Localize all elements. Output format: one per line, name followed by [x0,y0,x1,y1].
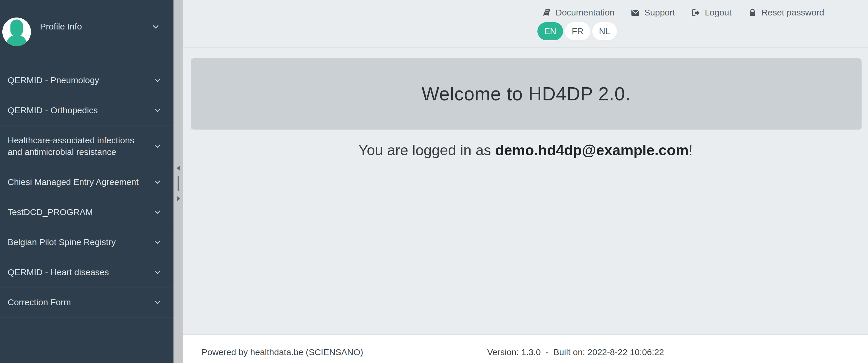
chevron-down-icon [153,178,162,187]
header-link-support[interactable]: Support [631,8,675,18]
logged-in-suffix: ! [689,142,693,159]
envelope-icon [631,8,640,17]
chevron-down-icon [153,238,162,246]
chevron-down-icon [153,142,162,151]
header-link-label: Documentation [556,8,615,18]
chevron-down-icon [153,268,162,276]
sidebar: Profile Info QERMID - PneumologyQERMID -… [0,0,174,363]
sidebar-item-qermid-heart-diseases[interactable]: QERMID - Heart diseases [0,257,174,287]
splitter-drag-handle[interactable] [178,176,179,191]
footer: Powered by healthdata.be (SCIENSANO) Ver… [183,334,868,363]
header-link-label: Support [644,8,675,18]
logged-in-message: You are logged in as demo.hd4dp@example.… [183,142,868,159]
logged-in-email: demo.hd4dp@example.com [495,142,689,159]
book-icon [542,8,551,17]
sidebar-item-label: QERMID - Heart diseases [8,266,153,278]
header-link-logout[interactable]: Logout [691,8,732,18]
powered-by-text: Powered by healthdata.be (SCIENSANO) [202,347,363,357]
sidebar-item-label: TestDCD_PROGRAM [8,206,153,218]
sidebar-nav: QERMID - PneumologyQERMID - OrthopedicsH… [0,65,174,318]
person-icon [2,18,31,46]
header-link-label: Reset password [762,8,824,18]
sidebar-item-label: QERMID - Orthopedics [8,104,153,116]
sidebar-item-label: Correction Form [8,296,153,308]
chevron-down-icon [153,298,162,307]
header-link-reset-password[interactable]: Reset password [748,8,824,18]
sidebar-item-healthcare-associated-infections-and-antimicrobial-resistance[interactable]: Healthcare-associated infections and ant… [0,125,174,167]
language-switcher: ENFRNL [537,22,617,40]
language-button-en[interactable]: EN [537,22,563,40]
sidebar-item-chiesi-managed-entry-agreement[interactable]: Chiesi Managed Entry Agreement [0,167,174,197]
chevron-down-icon [151,23,160,31]
chevron-down-icon [153,208,162,217]
panel-splitter[interactable] [174,0,183,363]
top-header: DocumentationSupportLogoutReset password… [183,0,868,48]
chevron-down-icon [153,76,162,85]
welcome-banner: Welcome to HD4DP 2.0. [191,58,862,130]
sidebar-item-correction-form[interactable]: Correction Form [0,287,174,318]
sign-out-icon [691,8,700,17]
header-link-documentation[interactable]: Documentation [542,8,615,18]
sidebar-item-label: Belgian Pilot Spine Registry [8,236,153,248]
sidebar-item-testdcd-program[interactable]: TestDCD_PROGRAM [0,197,174,227]
language-button-fr[interactable]: FR [565,22,590,40]
chevron-down-icon [153,106,162,115]
collapse-left-icon[interactable] [177,165,180,171]
collapse-right-icon[interactable] [177,196,180,201]
header-link-label: Logout [705,8,732,18]
logged-in-prefix: You are logged in as [359,142,495,159]
welcome-title: Welcome to HD4DP 2.0. [422,83,631,105]
lock-icon [748,8,757,17]
sidebar-item-label: Healthcare-associated infections and ant… [8,134,153,158]
avatar [2,18,31,46]
sidebar-item-qermid-orthopedics[interactable]: QERMID - Orthopedics [0,95,174,125]
main-area: DocumentationSupportLogoutReset password… [183,0,868,363]
sidebar-item-profile-info[interactable]: Profile Info [0,0,174,65]
sidebar-item-belgian-pilot-spine-registry[interactable]: Belgian Pilot Spine Registry [0,227,174,257]
header-links: DocumentationSupportLogoutReset password [542,8,824,18]
sidebar-item-qermid-pneumology[interactable]: QERMID - Pneumology [0,65,174,95]
language-button-nl[interactable]: NL [592,22,617,40]
sidebar-item-label: QERMID - Pneumology [8,74,153,86]
profile-info-label: Profile Info [40,21,82,32]
sidebar-item-label: Chiesi Managed Entry Agreement [8,176,153,188]
version-text: Version: 1.3.0 - Built on: 2022-8-22 10:… [487,347,664,357]
